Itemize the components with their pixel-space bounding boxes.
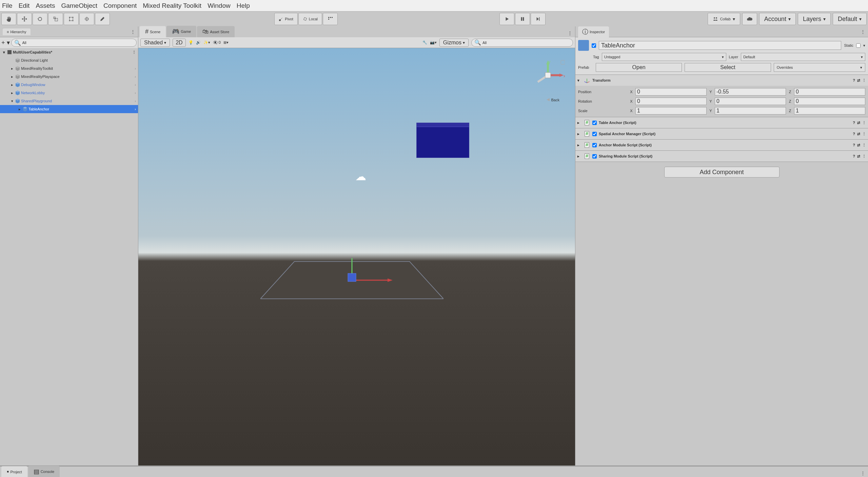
script-header[interactable]: ▸ # Spatial Anchor Manager (Script) ?⇄⋮ (575, 128, 868, 139)
back-link[interactable]: ◂ Back (547, 96, 559, 103)
hierarchy-search[interactable]: 🔍 All (11, 39, 137, 47)
static-checkbox[interactable] (856, 43, 861, 48)
hierarchy-item[interactable]: Directional Light (0, 56, 138, 64)
hidden-toggle[interactable]: 👁‍🗨 0 (213, 40, 221, 45)
tab-game[interactable]: 🎮Game (166, 26, 196, 37)
script-enabled-checkbox[interactable] (592, 132, 597, 136)
tab-scene[interactable]: #Scene (140, 26, 166, 37)
inspector-tab[interactable]: ⓘ Inspector (578, 26, 609, 37)
preset-icon[interactable]: ⇄ (857, 143, 860, 147)
snap-toggle[interactable] (323, 13, 338, 25)
help-icon[interactable]: ? (853, 78, 855, 83)
collab-dropdown[interactable]: Collab (708, 13, 740, 25)
step-button[interactable] (531, 13, 546, 25)
gameobject-icon[interactable] (578, 40, 589, 51)
hand-tool[interactable] (1, 13, 16, 25)
comp-menu-icon[interactable]: ⋮ (862, 121, 866, 125)
hierarchy-item[interactable]: ▸NetworkLobby› (0, 89, 138, 97)
x-field[interactable] (635, 98, 707, 105)
hierarchy-item[interactable]: ▾SharedPlayground› (0, 97, 138, 105)
script-header[interactable]: ▸ # Table Anchor (Script) ?⇄⋮ (575, 117, 868, 128)
help-icon[interactable]: ? (853, 143, 855, 147)
preset-icon[interactable]: ⇄ (857, 132, 860, 136)
camera-icon[interactable]: 📷▾ (430, 40, 437, 45)
script-enabled-checkbox[interactable] (592, 121, 597, 125)
menu-mrtk[interactable]: Mixed Reality Toolkit (143, 2, 201, 9)
tab-project[interactable]: ▪ Project (1, 466, 27, 477)
prefab-open-button[interactable]: Open (596, 63, 682, 72)
help-icon[interactable]: ? (853, 132, 855, 136)
bottom-menu-icon[interactable]: ⋮ (859, 469, 867, 477)
add-component-button[interactable]: Add Component (664, 167, 780, 178)
hierarchy-item[interactable]: ▸DebugWindow› (0, 81, 138, 89)
script-header[interactable]: ▸ # Anchor Module Script (Script) ?⇄⋮ (575, 140, 868, 150)
object-name-input[interactable] (599, 41, 841, 50)
local-toggle[interactable]: Local (298, 13, 322, 25)
pivot-toggle[interactable]: Pivot (274, 13, 297, 25)
comp-menu-icon[interactable]: ⋮ (862, 154, 866, 159)
x-field[interactable] (635, 107, 707, 115)
comp-menu-icon[interactable]: ⋮ (862, 78, 866, 83)
menu-file[interactable]: File (2, 2, 13, 9)
transform-header[interactable]: ▾ Transform ?⇄⋮ (575, 75, 868, 86)
script-enabled-checkbox[interactable] (592, 143, 597, 147)
prefab-overrides-dropdown[interactable]: Overrides▾ (774, 63, 865, 72)
2d-toggle[interactable]: 2D (173, 39, 185, 47)
hierarchy-item[interactable]: ▸MixedRealityToolkit› (0, 64, 138, 72)
menu-window[interactable]: Window (208, 2, 231, 9)
audio-toggle[interactable]: 🔊 (196, 40, 201, 45)
inspector-menu-icon[interactable]: ⋮ (861, 29, 865, 35)
hierarchy-item[interactable]: ▸MixedRealityPlayspace› (0, 72, 138, 81)
account-dropdown[interactable]: Account (759, 13, 796, 25)
center-menu-icon[interactable]: ⋮ (566, 29, 574, 37)
panel-menu-icon[interactable]: ⋮ (131, 29, 135, 35)
menu-edit[interactable]: Edit (19, 2, 30, 9)
preset-icon[interactable]: ⇄ (857, 78, 860, 83)
create-dropdown[interactable]: + ▾ (1, 39, 10, 46)
scene-menu-icon[interactable]: ⋮ (132, 50, 136, 55)
scene-search[interactable]: 🔍 All (471, 39, 573, 47)
cloud-button[interactable] (742, 13, 757, 25)
z-field[interactable] (794, 88, 865, 96)
custom-tool[interactable] (95, 13, 110, 25)
hierarchy-tree[interactable]: ▾ MultiUserCapabilities* ⋮ Directional L… (0, 48, 138, 465)
help-icon[interactable]: ? (853, 154, 855, 159)
tag-dropdown[interactable]: Untagged▾ (602, 53, 726, 61)
y-field[interactable] (715, 107, 786, 115)
script-header[interactable]: ▸ # Sharing Module Script (Script) ?⇄⋮ (575, 151, 868, 162)
preset-icon[interactable]: ⇄ (857, 154, 860, 159)
shaded-dropdown[interactable]: Shaded (140, 39, 170, 47)
active-checkbox[interactable] (592, 43, 596, 48)
layout-dropdown[interactable]: Default (833, 13, 867, 25)
gizmos-dropdown[interactable]: Gizmos (439, 39, 469, 47)
tab-asset-store[interactable]: 🛍Asset Store (197, 26, 235, 37)
menu-help[interactable]: Help (237, 2, 250, 9)
move-tool[interactable] (17, 13, 32, 25)
tab-console[interactable]: ▤ Console (28, 466, 60, 477)
tools-icon[interactable]: 🔧 (422, 40, 427, 45)
y-field[interactable] (715, 98, 786, 105)
grid-toggle[interactable]: ⊞▾ (223, 40, 229, 45)
layer-dropdown[interactable]: Default▾ (741, 53, 865, 61)
fx-toggle[interactable]: ✨▾ (203, 40, 210, 45)
play-button[interactable] (499, 13, 514, 25)
x-field[interactable] (635, 88, 707, 96)
lighting-toggle[interactable]: 💡 (189, 40, 193, 45)
scene-root[interactable]: ▾ MultiUserCapabilities* ⋮ (0, 48, 138, 56)
transform-tool[interactable] (79, 13, 94, 25)
comp-menu-icon[interactable]: ⋮ (862, 132, 866, 136)
hierarchy-tab[interactable]: ≡Hierarchy (3, 28, 31, 35)
z-field[interactable] (794, 107, 865, 115)
hierarchy-item[interactable]: ▸TableAnchor› (0, 105, 138, 113)
pause-button[interactable] (515, 13, 530, 25)
preset-icon[interactable]: ⇄ (857, 121, 860, 125)
scale-tool[interactable] (48, 13, 63, 25)
scene-view[interactable]: y x ◂ Back ☁ (138, 48, 575, 465)
y-field[interactable] (715, 88, 786, 96)
help-icon[interactable]: ? (853, 121, 855, 125)
script-enabled-checkbox[interactable] (592, 154, 597, 159)
prefab-select-button[interactable]: Select (685, 63, 771, 72)
menu-component[interactable]: Component (103, 2, 137, 9)
menu-assets[interactable]: Assets (36, 2, 55, 9)
rotate-tool[interactable] (33, 13, 47, 25)
